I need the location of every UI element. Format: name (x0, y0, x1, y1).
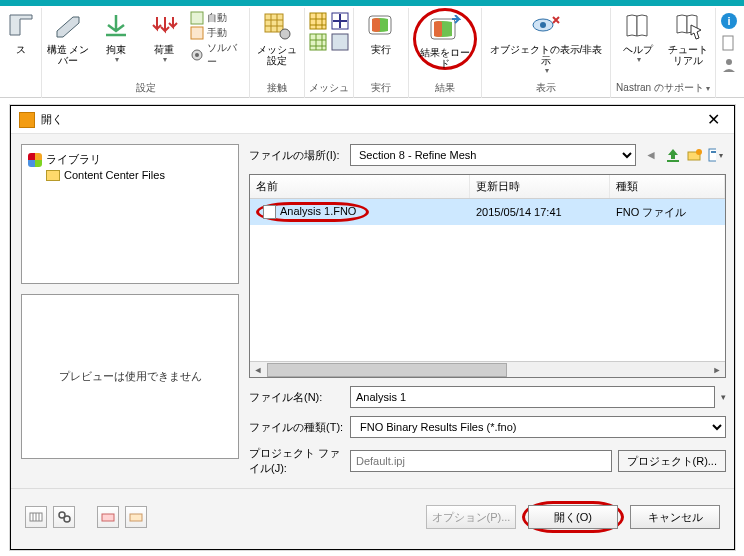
svg-text:i: i (727, 15, 730, 27)
svg-point-19 (696, 149, 702, 155)
mesh-ico-1[interactable] (309, 12, 327, 30)
load-result-icon (429, 15, 461, 45)
ribbon-btn-load[interactable]: 荷重 (142, 8, 186, 64)
ribbon-btn-mesh-settings[interactable]: メッシュ設定 (254, 8, 300, 66)
dialog-footer: オプション(P)... 開く(O) キャンセル (11, 488, 734, 543)
mesh-ico-2[interactable] (309, 33, 327, 51)
ribbon-btn-visibility[interactable]: オブジェクトの表示/非表示 (486, 8, 606, 75)
svg-point-17 (726, 59, 732, 65)
svg-rect-4 (265, 14, 283, 32)
ribbon-group-label-result: 結果 (435, 79, 455, 98)
ribbon-btn-constraint[interactable]: 拘束 (94, 8, 138, 64)
svg-point-5 (280, 29, 290, 39)
load-arrows-icon (149, 11, 179, 41)
file-list[interactable]: 名前 更新日時 種類 Analysis 1.FNO 2015/05/14 17:… (249, 174, 726, 378)
library-icon (28, 153, 42, 167)
footer-ico-4[interactable] (125, 506, 147, 528)
info-icon[interactable]: i (720, 12, 738, 30)
mesh-ico-4[interactable] (331, 33, 349, 51)
file-icon (263, 205, 276, 219)
filetype-dropdown[interactable]: FNO Binary Results Files (*.fno) (350, 416, 726, 438)
svg-rect-25 (102, 514, 114, 521)
svg-rect-1 (191, 27, 203, 39)
footer-ico-find[interactable] (53, 506, 75, 528)
project-button[interactable]: プロジェクト(R)... (618, 450, 726, 472)
dialog-titlebar: 開く ✕ (11, 106, 734, 134)
options-button: オプション(P)... (426, 505, 516, 529)
app-icon (19, 112, 35, 128)
open-dialog: 開く ✕ ライブラリ Content Center Files プレビューは使用… (10, 105, 735, 550)
ribbon-btn-load-result[interactable]: 結果をロード (413, 8, 477, 70)
dialog-title: 開く (41, 112, 63, 127)
ribbon-mini-manual[interactable]: 手動 (190, 26, 245, 40)
mesh-settings-icon (262, 11, 292, 41)
auto-icon (190, 11, 204, 25)
preview-panel: プレビューは使用できません (21, 294, 239, 459)
svg-rect-16 (723, 36, 733, 50)
nav-up-icon[interactable] (664, 146, 682, 164)
manual-icon (190, 26, 204, 40)
filename-input[interactable] (350, 386, 715, 408)
svg-point-3 (195, 53, 199, 57)
close-button[interactable]: ✕ (701, 110, 726, 129)
svg-rect-26 (130, 514, 142, 521)
file-list-header[interactable]: 名前 更新日時 種類 (250, 175, 725, 199)
cursor-book-icon (673, 11, 703, 41)
ribbon-group-label-run: 実行 (371, 79, 391, 98)
mesh-ico-3[interactable] (331, 12, 349, 30)
anchor-icon (101, 11, 131, 41)
nav-newfolder-icon[interactable] (686, 146, 704, 164)
section-icon (6, 11, 36, 41)
ribbon-group-label-contact: 接触 (267, 79, 287, 98)
folder-icon (46, 170, 60, 181)
svg-rect-7 (310, 34, 326, 50)
nav-view-icon[interactable]: ▾ (708, 146, 726, 164)
ribbon-btn-help[interactable]: ヘルプ (615, 8, 661, 64)
run-icon (366, 11, 396, 41)
horizontal-scrollbar[interactable]: ◄► (250, 361, 725, 377)
ribbon-group-label-settings: 設定 (136, 79, 156, 98)
cancel-button[interactable]: キャンセル (630, 505, 720, 529)
person-icon[interactable] (720, 56, 738, 74)
svg-rect-20 (709, 149, 716, 161)
svg-rect-0 (191, 12, 203, 24)
tree-child[interactable]: Content Center Files (44, 168, 234, 182)
nav-back-icon[interactable]: ◄ (642, 146, 660, 164)
library-tree[interactable]: ライブラリ Content Center Files (21, 144, 239, 284)
project-input (350, 450, 612, 472)
gear-icon (190, 48, 204, 62)
beam-icon (53, 11, 83, 41)
file-row[interactable]: Analysis 1.FNO 2015/05/14 17:41 FNO ファイル (250, 199, 725, 225)
col-type[interactable]: 種類 (610, 175, 725, 198)
ribbon-mini-auto[interactable]: 自動 (190, 11, 245, 25)
col-name[interactable]: 名前 (250, 175, 470, 198)
location-dropdown[interactable]: Section 8 - Refine Mesh (350, 144, 636, 166)
ribbon-btn-structure-member[interactable]: 構造 メンバー (46, 8, 90, 66)
project-label: プロジェクト ファイル(J): (249, 446, 344, 476)
svg-rect-6 (310, 13, 326, 29)
ribbon-group-label-support: Nastran のサポート (616, 79, 710, 98)
svg-rect-9 (332, 34, 348, 50)
ribbon-group-label-mesh: メッシュ (309, 79, 349, 98)
filename-label: ファイル名(N): (249, 390, 344, 405)
col-date[interactable]: 更新日時 (470, 175, 610, 198)
footer-ico-3[interactable] (97, 506, 119, 528)
location-label: ファイルの場所(I): (249, 148, 344, 163)
ribbon-mini-solver[interactable]: ソルバー (190, 41, 245, 69)
filetype-label: ファイルの種類(T): (249, 420, 344, 435)
tree-root[interactable]: ライブラリ (26, 151, 234, 168)
svg-point-24 (64, 516, 70, 522)
ribbon-group-label-display: 表示 (536, 79, 556, 98)
visibility-icon (531, 11, 561, 41)
book-icon (623, 11, 653, 41)
doc-icon[interactable] (720, 34, 738, 52)
ribbon-btn-tutorial[interactable]: チュートリアル (665, 8, 711, 66)
svg-point-13 (540, 22, 546, 28)
open-button[interactable]: 開く(O) (528, 505, 618, 529)
ribbon-btn-section[interactable]: ス (0, 8, 44, 55)
ribbon: ス 構造 メンバー 拘束 荷重 自動 手動 ソルバー 設定 メッシュ設定 接触 (0, 6, 744, 98)
ribbon-btn-run[interactable]: 実行 (358, 8, 404, 55)
footer-ico-1[interactable] (25, 506, 47, 528)
